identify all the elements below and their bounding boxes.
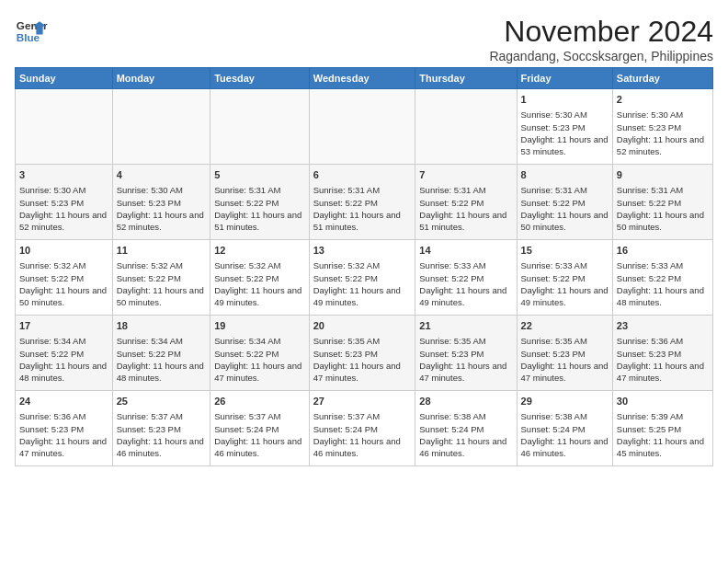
day-info: Sunrise: 5:32 AM — [117, 259, 207, 271]
calendar-cell: 8Sunrise: 5:31 AMSunset: 5:22 PMDaylight… — [517, 165, 612, 240]
day-number: 20 — [313, 319, 412, 333]
day-number: 9 — [617, 168, 709, 182]
day-number: 16 — [617, 244, 709, 258]
calendar-cell: 11Sunrise: 5:32 AMSunset: 5:22 PMDayligh… — [112, 240, 210, 316]
day-info: Sunrise: 5:30 AM — [617, 109, 709, 121]
calendar-cell — [210, 89, 310, 165]
day-info: Daylight: 11 hours and 51 minutes. — [313, 209, 412, 234]
day-info: Daylight: 11 hours and 46 minutes. — [117, 435, 207, 460]
day-info: Daylight: 11 hours and 47 minutes. — [617, 360, 709, 385]
calendar-body: 1Sunrise: 5:30 AMSunset: 5:23 PMDaylight… — [16, 89, 713, 466]
day-info: Daylight: 11 hours and 51 minutes. — [214, 209, 305, 234]
calendar-cell: 5Sunrise: 5:31 AMSunset: 5:22 PMDaylight… — [210, 165, 310, 240]
day-info: Sunset: 5:22 PM — [214, 348, 305, 360]
day-info: Daylight: 11 hours and 52 minutes. — [117, 209, 207, 234]
day-info: Sunrise: 5:38 AM — [521, 410, 609, 422]
calendar-cell: 14Sunrise: 5:33 AMSunset: 5:22 PMDayligh… — [415, 240, 517, 316]
day-number: 22 — [521, 319, 609, 333]
day-info: Sunrise: 5:31 AM — [419, 184, 512, 196]
weekday-header-cell: Sunday — [16, 68, 113, 89]
calendar-cell — [309, 89, 415, 165]
day-number: 11 — [117, 244, 207, 258]
calendar-cell: 12Sunrise: 5:32 AMSunset: 5:22 PMDayligh… — [210, 240, 310, 316]
calendar-cell: 21Sunrise: 5:35 AMSunset: 5:23 PMDayligh… — [415, 316, 517, 391]
logo: General Blue — [15, 15, 48, 48]
calendar-cell — [16, 89, 113, 165]
day-info: Daylight: 11 hours and 52 minutes. — [19, 209, 108, 234]
calendar-cell: 2Sunrise: 5:30 AMSunset: 5:23 PMDaylight… — [612, 89, 712, 165]
day-info: Daylight: 11 hours and 46 minutes. — [313, 435, 412, 460]
day-info: Sunrise: 5:37 AM — [117, 410, 207, 422]
day-info: Daylight: 11 hours and 50 minutes. — [117, 284, 207, 309]
calendar-cell: 28Sunrise: 5:38 AMSunset: 5:24 PMDayligh… — [415, 391, 517, 466]
calendar-cell: 29Sunrise: 5:38 AMSunset: 5:24 PMDayligh… — [517, 391, 612, 466]
day-info: Daylight: 11 hours and 48 minutes. — [117, 360, 207, 385]
weekday-header-cell: Saturday — [612, 68, 712, 89]
day-info: Daylight: 11 hours and 53 minutes. — [521, 133, 609, 158]
day-info: Daylight: 11 hours and 45 minutes. — [617, 435, 709, 460]
day-info: Sunset: 5:22 PM — [214, 197, 305, 209]
day-info: Sunset: 5:24 PM — [313, 423, 412, 435]
day-info: Sunrise: 5:36 AM — [617, 335, 709, 347]
calendar-week-row: 24Sunrise: 5:36 AMSunset: 5:23 PMDayligh… — [16, 391, 713, 466]
day-info: Sunset: 5:24 PM — [214, 423, 305, 435]
calendar-cell: 19Sunrise: 5:34 AMSunset: 5:22 PMDayligh… — [210, 316, 310, 391]
day-number: 25 — [117, 395, 207, 408]
day-number: 13 — [313, 244, 412, 258]
day-number: 10 — [19, 244, 108, 258]
day-number: 5 — [214, 168, 305, 182]
day-info: Daylight: 11 hours and 49 minutes. — [313, 284, 412, 309]
day-info: Sunset: 5:23 PM — [117, 423, 207, 435]
weekday-header-cell: Friday — [517, 68, 612, 89]
day-info: Sunrise: 5:34 AM — [117, 335, 207, 347]
calendar-cell: 16Sunrise: 5:33 AMSunset: 5:22 PMDayligh… — [612, 240, 712, 316]
day-info: Sunset: 5:23 PM — [19, 423, 108, 435]
day-info: Sunset: 5:23 PM — [617, 121, 709, 133]
day-info: Daylight: 11 hours and 47 minutes. — [313, 360, 412, 385]
day-number: 28 — [419, 395, 512, 408]
day-info: Sunrise: 5:39 AM — [617, 410, 709, 422]
day-number: 27 — [313, 395, 412, 408]
weekday-header-cell: Tuesday — [210, 68, 310, 89]
day-number: 12 — [214, 244, 305, 258]
calendar-cell: 25Sunrise: 5:37 AMSunset: 5:23 PMDayligh… — [112, 391, 210, 466]
day-number: 29 — [521, 395, 609, 408]
day-info: Sunrise: 5:30 AM — [19, 184, 108, 196]
day-info: Sunrise: 5:34 AM — [214, 335, 305, 347]
weekday-header-cell: Monday — [112, 68, 210, 89]
calendar-week-row: 10Sunrise: 5:32 AMSunset: 5:22 PMDayligh… — [16, 240, 713, 316]
calendar-cell: 22Sunrise: 5:35 AMSunset: 5:23 PMDayligh… — [517, 316, 612, 391]
day-number: 26 — [214, 395, 305, 408]
day-info: Sunset: 5:23 PM — [521, 348, 609, 360]
calendar-cell: 13Sunrise: 5:32 AMSunset: 5:22 PMDayligh… — [309, 240, 415, 316]
day-info: Sunset: 5:22 PM — [214, 272, 305, 284]
day-info: Sunset: 5:25 PM — [617, 423, 709, 435]
day-info: Sunrise: 5:32 AM — [19, 259, 108, 271]
day-info: Sunrise: 5:30 AM — [521, 109, 609, 121]
calendar-cell: 4Sunrise: 5:30 AMSunset: 5:23 PMDaylight… — [112, 165, 210, 240]
day-info: Sunrise: 5:34 AM — [19, 335, 108, 347]
day-info: Sunset: 5:23 PM — [521, 121, 609, 133]
month-title: November 2024 — [489, 15, 713, 49]
day-number: 23 — [617, 319, 709, 333]
day-info: Daylight: 11 hours and 50 minutes. — [617, 209, 709, 234]
day-info: Sunrise: 5:31 AM — [617, 184, 709, 196]
day-info: Sunrise: 5:36 AM — [19, 410, 108, 422]
calendar-cell: 17Sunrise: 5:34 AMSunset: 5:22 PMDayligh… — [16, 316, 113, 391]
day-info: Sunrise: 5:32 AM — [214, 259, 305, 271]
day-info: Sunset: 5:23 PM — [19, 197, 108, 209]
calendar-week-row: 1Sunrise: 5:30 AMSunset: 5:23 PMDaylight… — [16, 89, 713, 165]
day-info: Sunset: 5:24 PM — [521, 423, 609, 435]
calendar-cell: 15Sunrise: 5:33 AMSunset: 5:22 PMDayligh… — [517, 240, 612, 316]
day-number: 14 — [419, 244, 512, 258]
day-number: 3 — [19, 168, 108, 182]
calendar-week-row: 17Sunrise: 5:34 AMSunset: 5:22 PMDayligh… — [16, 316, 713, 391]
title-block: November 2024 Ragandang, Soccsksargen, P… — [489, 15, 713, 63]
day-info: Daylight: 11 hours and 46 minutes. — [521, 435, 609, 460]
day-info: Sunset: 5:22 PM — [313, 197, 412, 209]
day-number: 15 — [521, 244, 609, 258]
day-info: Daylight: 11 hours and 49 minutes. — [521, 284, 609, 309]
day-number: 21 — [419, 319, 512, 333]
day-info: Sunset: 5:23 PM — [313, 348, 412, 360]
logo-icon: General Blue — [15, 15, 48, 48]
